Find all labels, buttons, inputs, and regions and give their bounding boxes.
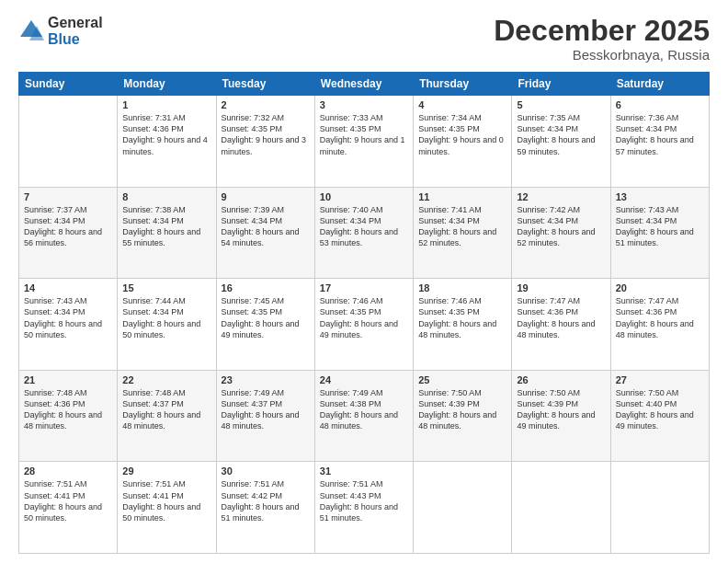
header-tuesday: Tuesday xyxy=(216,73,314,96)
calendar-table: Sunday Monday Tuesday Wednesday Thursday… xyxy=(18,72,710,554)
month-title: December 2025 xyxy=(494,15,710,47)
day-number: 10 xyxy=(320,191,408,202)
calendar-cell: 25 Sunrise: 7:50 AMSunset: 4:39 PMDaylig… xyxy=(414,370,512,462)
day-number: 15 xyxy=(122,282,210,293)
cell-info: Sunrise: 7:48 AMSunset: 4:36 PMDaylight:… xyxy=(24,388,102,431)
cell-info: Sunrise: 7:50 AMSunset: 4:39 PMDaylight:… xyxy=(418,388,496,431)
header-sunday: Sunday xyxy=(19,73,118,96)
cell-info: Sunrise: 7:37 AMSunset: 4:34 PMDaylight:… xyxy=(24,205,102,247)
cell-info: Sunrise: 7:46 AMSunset: 4:35 PMDaylight:… xyxy=(418,296,496,339)
cell-info: Sunrise: 7:39 AMSunset: 4:34 PMDaylight:… xyxy=(222,205,300,247)
header-monday: Monday xyxy=(118,73,216,96)
day-number: 29 xyxy=(122,465,210,477)
day-number: 2 xyxy=(222,99,310,110)
cell-info: Sunrise: 7:51 AMSunset: 4:41 PMDaylight:… xyxy=(24,479,102,522)
day-number: 20 xyxy=(616,282,704,293)
cell-info: Sunrise: 7:47 AMSunset: 4:36 PMDaylight:… xyxy=(517,296,595,339)
calendar-cell: 23 Sunrise: 7:49 AMSunset: 4:37 PMDaylig… xyxy=(216,370,314,462)
cell-info: Sunrise: 7:50 AMSunset: 4:39 PMDaylight:… xyxy=(517,388,595,431)
page-header: General Blue December 2025 Besskorbnaya,… xyxy=(18,15,710,63)
day-number: 21 xyxy=(24,374,112,385)
header-saturday: Saturday xyxy=(610,73,709,96)
day-number: 9 xyxy=(222,191,310,202)
calendar-cell: 6 Sunrise: 7:36 AMSunset: 4:34 PMDayligh… xyxy=(610,96,709,188)
calendar-cell: 8 Sunrise: 7:38 AMSunset: 4:34 PMDayligh… xyxy=(118,187,216,279)
calendar-cell: 27 Sunrise: 7:50 AMSunset: 4:40 PMDaylig… xyxy=(610,370,709,462)
week-row-3: 21 Sunrise: 7:48 AMSunset: 4:36 PMDaylig… xyxy=(19,370,710,462)
cell-info: Sunrise: 7:51 AMSunset: 4:43 PMDaylight:… xyxy=(320,479,398,522)
calendar-cell: 16 Sunrise: 7:45 AMSunset: 4:35 PMDaylig… xyxy=(216,279,314,371)
calendar-cell: 7 Sunrise: 7:37 AMSunset: 4:34 PMDayligh… xyxy=(19,187,118,279)
cell-info: Sunrise: 7:49 AMSunset: 4:37 PMDaylight:… xyxy=(222,388,300,431)
calendar-cell: 17 Sunrise: 7:46 AMSunset: 4:35 PMDaylig… xyxy=(314,279,413,371)
calendar-cell: 11 Sunrise: 7:41 AMSunset: 4:34 PMDaylig… xyxy=(414,187,512,279)
header-wednesday: Wednesday xyxy=(314,73,413,96)
calendar-cell: 10 Sunrise: 7:40 AMSunset: 4:34 PMDaylig… xyxy=(314,187,413,279)
calendar-cell xyxy=(512,462,610,554)
calendar-cell: 1 Sunrise: 7:31 AMSunset: 4:36 PMDayligh… xyxy=(118,96,216,188)
week-row-4: 28 Sunrise: 7:51 AMSunset: 4:41 PMDaylig… xyxy=(19,462,710,554)
calendar-cell: 5 Sunrise: 7:35 AMSunset: 4:34 PMDayligh… xyxy=(512,96,610,188)
day-number: 6 xyxy=(616,99,704,110)
header-thursday: Thursday xyxy=(414,73,512,96)
cell-info: Sunrise: 7:48 AMSunset: 4:37 PMDaylight:… xyxy=(122,388,200,431)
day-number: 30 xyxy=(222,465,310,477)
day-number: 3 xyxy=(320,99,408,110)
calendar-page: General Blue December 2025 Besskorbnaya,… xyxy=(0,0,728,563)
day-number: 13 xyxy=(616,191,704,202)
calendar-cell: 22 Sunrise: 7:48 AMSunset: 4:37 PMDaylig… xyxy=(118,370,216,462)
cell-info: Sunrise: 7:33 AMSunset: 4:35 PMDaylight:… xyxy=(320,113,405,155)
calendar-cell: 13 Sunrise: 7:43 AMSunset: 4:34 PMDaylig… xyxy=(610,187,709,279)
calendar-cell xyxy=(414,462,512,554)
day-number: 4 xyxy=(418,99,506,110)
calendar-cell: 12 Sunrise: 7:42 AMSunset: 4:34 PMDaylig… xyxy=(512,187,610,279)
calendar-cell: 24 Sunrise: 7:49 AMSunset: 4:38 PMDaylig… xyxy=(314,370,413,462)
day-number: 22 xyxy=(122,374,210,385)
cell-info: Sunrise: 7:36 AMSunset: 4:34 PMDaylight:… xyxy=(616,113,694,155)
cell-info: Sunrise: 7:38 AMSunset: 4:34 PMDaylight:… xyxy=(122,205,200,247)
title-block: December 2025 Besskorbnaya, Russia xyxy=(494,15,710,63)
day-number: 23 xyxy=(222,374,310,385)
day-number: 28 xyxy=(24,465,112,477)
day-number: 14 xyxy=(24,282,112,293)
calendar-cell: 19 Sunrise: 7:47 AMSunset: 4:36 PMDaylig… xyxy=(512,279,610,371)
calendar-cell: 15 Sunrise: 7:44 AMSunset: 4:34 PMDaylig… xyxy=(118,279,216,371)
cell-info: Sunrise: 7:31 AMSunset: 4:36 PMDaylight:… xyxy=(122,113,208,155)
day-number: 31 xyxy=(320,465,408,477)
day-number: 25 xyxy=(418,374,506,385)
logo: General Blue xyxy=(18,15,103,47)
day-number: 18 xyxy=(418,282,506,293)
day-number: 19 xyxy=(517,282,605,293)
logo-general: General xyxy=(48,15,103,31)
calendar-cell: 21 Sunrise: 7:48 AMSunset: 4:36 PMDaylig… xyxy=(19,370,118,462)
week-row-1: 7 Sunrise: 7:37 AMSunset: 4:34 PMDayligh… xyxy=(19,187,710,279)
calendar-cell: 14 Sunrise: 7:43 AMSunset: 4:34 PMDaylig… xyxy=(19,279,118,371)
day-number: 26 xyxy=(517,374,605,385)
cell-info: Sunrise: 7:43 AMSunset: 4:34 PMDaylight:… xyxy=(24,296,102,339)
day-number: 7 xyxy=(24,191,112,202)
calendar-cell: 3 Sunrise: 7:33 AMSunset: 4:35 PMDayligh… xyxy=(314,96,413,188)
cell-info: Sunrise: 7:51 AMSunset: 4:42 PMDaylight:… xyxy=(222,479,300,522)
logo-icon xyxy=(18,18,44,44)
cell-info: Sunrise: 7:40 AMSunset: 4:34 PMDaylight:… xyxy=(320,205,398,247)
day-number: 8 xyxy=(122,191,210,202)
day-number: 12 xyxy=(517,191,605,202)
cell-info: Sunrise: 7:41 AMSunset: 4:34 PMDaylight:… xyxy=(418,205,496,247)
week-row-0: 1 Sunrise: 7:31 AMSunset: 4:36 PMDayligh… xyxy=(19,96,710,188)
calendar-cell: 2 Sunrise: 7:32 AMSunset: 4:35 PMDayligh… xyxy=(216,96,314,188)
calendar-cell: 9 Sunrise: 7:39 AMSunset: 4:34 PMDayligh… xyxy=(216,187,314,279)
calendar-cell xyxy=(19,96,118,188)
calendar-cell: 18 Sunrise: 7:46 AMSunset: 4:35 PMDaylig… xyxy=(414,279,512,371)
day-number: 24 xyxy=(320,374,408,385)
calendar-cell: 20 Sunrise: 7:47 AMSunset: 4:36 PMDaylig… xyxy=(610,279,709,371)
calendar-cell: 26 Sunrise: 7:50 AMSunset: 4:39 PMDaylig… xyxy=(512,370,610,462)
day-number: 17 xyxy=(320,282,408,293)
cell-info: Sunrise: 7:50 AMSunset: 4:40 PMDaylight:… xyxy=(616,388,694,431)
logo-text: General Blue xyxy=(48,15,103,47)
day-number: 27 xyxy=(616,374,704,385)
cell-info: Sunrise: 7:44 AMSunset: 4:34 PMDaylight:… xyxy=(122,296,200,339)
logo-blue: Blue xyxy=(48,31,103,48)
cell-info: Sunrise: 7:32 AMSunset: 4:35 PMDaylight:… xyxy=(222,113,307,155)
cell-info: Sunrise: 7:51 AMSunset: 4:41 PMDaylight:… xyxy=(122,479,200,522)
calendar-cell: 4 Sunrise: 7:34 AMSunset: 4:35 PMDayligh… xyxy=(414,96,512,188)
